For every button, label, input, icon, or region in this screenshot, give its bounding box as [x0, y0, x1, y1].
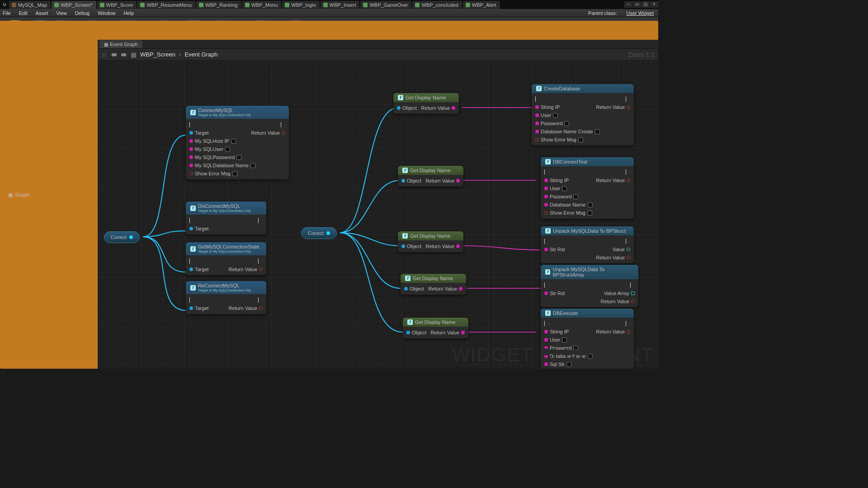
object-pin[interactable]: Object	[404, 286, 424, 291]
node-getstate[interactable]: fGetMySQLConnectionStateTarget is My SQL…	[186, 242, 266, 275]
node-unpack-array[interactable]: fUnpack MySQLData To BPStructArray Str R…	[541, 265, 638, 307]
menu-asset[interactable]: Asset	[36, 10, 48, 16]
password-pin[interactable]: Password	[544, 345, 578, 351]
strrst-pin[interactable]: Str Rst	[544, 247, 565, 252]
menu-edit[interactable]: Edit	[19, 10, 28, 16]
object-pin[interactable]: Object	[406, 330, 426, 335]
stringip-pin[interactable]: String IP	[535, 104, 560, 110]
tab-wbp-concluded[interactable]: WBP_concluded	[412, 1, 462, 9]
menu-debug[interactable]: Debug	[75, 10, 90, 16]
node-dbexecute[interactable]: fDBExecute String IPReturn Value User Pa…	[541, 309, 634, 369]
crumb-root[interactable]: WBP_Screen	[140, 51, 175, 58]
node-connectmysql[interactable]: fConnectMySQLTarget is My SQLConnection …	[186, 106, 289, 179]
menu-window[interactable]: Window	[98, 10, 115, 16]
node-get-display-name-3[interactable]: fGet Display NameObjectReturn Value	[398, 231, 463, 252]
minimize-button[interactable]: –	[624, 1, 632, 8]
showerr-pin[interactable]: Show Error Msg	[189, 171, 237, 176]
node-get-display-name-5[interactable]: fGet Display NameObjectReturn Value	[403, 318, 468, 338]
user-pin[interactable]: User	[544, 337, 567, 343]
close-button[interactable]: ×	[650, 1, 658, 8]
return-pin[interactable]: Return Value	[426, 178, 460, 183]
value-pin[interactable]: Value	[613, 247, 630, 252]
maximize-button[interactable]: ▭	[633, 1, 641, 8]
tab-wbp-resumemenu[interactable]: WBP_ResumeMenu	[137, 1, 195, 9]
node-get-display-name-1[interactable]: fGet Display NameObjectReturn Value	[393, 93, 459, 114]
maximize2-button[interactable]: ◱	[642, 1, 650, 8]
dbname-pin[interactable]: My SQLDatabase Name	[189, 163, 255, 168]
user-pin[interactable]: User	[544, 186, 567, 191]
dbname-pin[interactable]: Database Name	[544, 202, 593, 207]
tab-wbp-alert[interactable]: WBP_Alert	[463, 1, 500, 9]
exec-in-pin[interactable]	[544, 282, 549, 288]
target-pin[interactable]: Target	[189, 130, 209, 136]
strrst-pin[interactable]: Str Rst	[544, 291, 565, 296]
exec-in-pin[interactable]	[189, 297, 194, 303]
user-pin[interactable]: My SQLUser	[189, 146, 230, 152]
return-pin[interactable]: Return Value	[251, 130, 285, 136]
tab-mysql-map[interactable]: MySQL_Map	[9, 1, 51, 9]
exec-in-pin[interactable]	[189, 258, 194, 264]
exec-in-pin[interactable]	[544, 321, 549, 326]
exec-in-pin[interactable]	[189, 122, 194, 127]
tab-wbp-menu[interactable]: WBP_Menu	[242, 1, 282, 9]
node-dbconnecttest[interactable]: fDBConnectTest String IPReturn Value Use…	[541, 157, 634, 219]
password-pin[interactable]: My SQLPassword	[189, 155, 241, 160]
target-pin[interactable]: Target	[189, 267, 209, 272]
dbnamecreate-pin[interactable]: Database Name Create	[535, 129, 600, 134]
exec-out-pin[interactable]	[630, 282, 635, 288]
object-pin[interactable]: Object	[401, 178, 421, 183]
nav-back-button[interactable]: 🡄	[111, 51, 117, 58]
exec-out-pin[interactable]	[626, 169, 630, 175]
crumb-leaf[interactable]: Event Graph	[184, 51, 217, 58]
stringip-pin[interactable]: String IP	[544, 329, 569, 334]
object-pin[interactable]: Object	[397, 105, 417, 111]
exec-in-pin[interactable]	[189, 218, 194, 223]
exec-out-pin[interactable]	[626, 96, 630, 102]
stringip-pin[interactable]: String IP	[544, 178, 569, 183]
tab-wbp-ranking[interactable]: WBP_Ranking	[196, 1, 241, 9]
target-pin[interactable]: Target	[189, 226, 209, 231]
return-pin[interactable]: Return Value	[596, 255, 630, 260]
return-pin[interactable]: Return Value	[596, 178, 630, 183]
tab-wbp-screen[interactable]: WBP_Screen*	[52, 1, 96, 9]
node-reconnect[interactable]: fReConnectMySQLTarget is My SQLConnectio…	[186, 281, 266, 314]
password-pin[interactable]: Password	[535, 121, 569, 126]
return-pin[interactable]: Return Value	[601, 299, 635, 304]
return-pin[interactable]: Return Value	[229, 305, 263, 311]
sqlstr-pin[interactable]: Sql Str	[544, 361, 571, 367]
valuearr-pin[interactable]: Value Array	[604, 291, 635, 296]
node-disconnectmysql[interactable]: fDisConnectMySQLTarget is My SQLConnecti…	[186, 202, 266, 235]
object-pin[interactable]: Object	[401, 244, 421, 249]
favorite-icon[interactable]: ☆	[101, 51, 107, 58]
exec-in-pin[interactable]	[535, 96, 540, 102]
nav-fwd-button[interactable]: 🡆	[121, 51, 127, 58]
showerr-pin[interactable]: Show Error Msg	[544, 210, 592, 216]
return-pin[interactable]: Return Value	[229, 267, 263, 272]
event-graph-tab[interactable]: ▦ Event Graph	[99, 40, 142, 48]
exec-in-pin[interactable]	[544, 169, 549, 175]
return-pin[interactable]: Return Value	[426, 244, 460, 249]
node-unpack-struct[interactable]: fUnpack MySQLData To BPStruct Str RstVal…	[541, 226, 634, 263]
tab-wbp-gameover[interactable]: WBP_GameOver	[360, 1, 411, 9]
target-pin[interactable]: Target	[189, 305, 209, 311]
return-pin[interactable]: Return Value	[596, 329, 630, 334]
exec-out-pin[interactable]	[626, 321, 630, 326]
return-pin[interactable]: Return Value	[421, 105, 455, 111]
exec-out-pin[interactable]	[258, 297, 263, 303]
exec-out-pin[interactable]	[626, 239, 630, 244]
node-get-display-name-4[interactable]: fGet Display NameObjectReturn Value	[401, 274, 466, 295]
tab-wbp-login[interactable]: WBP_login	[282, 1, 319, 9]
exec-out-pin[interactable]	[258, 218, 263, 223]
parent-class-link[interactable]: User Widget	[626, 10, 654, 16]
var-node-conect-1[interactable]: Conect	[104, 231, 140, 243]
return-pin[interactable]: Return Value	[596, 104, 630, 110]
dbname-pin[interactable]: Database Name	[544, 353, 593, 359]
tab-wbp-insert[interactable]: WBP_Insert	[321, 1, 360, 9]
exec-out-pin[interactable]	[281, 122, 285, 127]
var-node-conect-2[interactable]: Conect	[301, 227, 337, 239]
graph-canvas[interactable]: Conect Conect fConnectMySQLTarget is My …	[98, 61, 658, 369]
node-get-display-name-2[interactable]: fGet Display NameObjectReturn Value	[398, 166, 463, 187]
user-pin[interactable]: User	[535, 113, 558, 118]
return-pin[interactable]: Return Value	[431, 330, 465, 335]
exec-out-pin[interactable]	[258, 258, 263, 264]
